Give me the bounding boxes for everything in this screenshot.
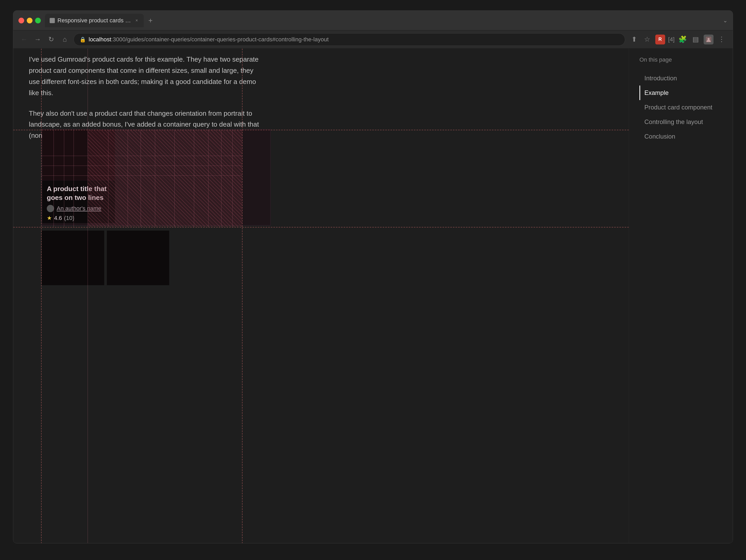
menu-button[interactable]: ⋮ xyxy=(717,34,726,45)
nav-bar: ← → ↻ ⌂ 🔒 localhost:3000/guides/containe… xyxy=(13,30,733,49)
tab-title: Responsive product cards bui... xyxy=(57,17,132,24)
sidebar-item-conclusion[interactable]: Conclusion xyxy=(639,129,722,144)
sidebar-item-example-label: Example xyxy=(644,89,668,96)
lock-icon: 🔒 xyxy=(80,36,86,43)
author-avatar xyxy=(47,205,54,212)
forward-button[interactable]: → xyxy=(33,35,42,44)
url-host: localhost xyxy=(89,36,111,43)
browser-window: Responsive product cards bui... × + ⌄ ← … xyxy=(13,10,733,543)
sidebar-item-product-card-component[interactable]: Product card component xyxy=(639,100,722,115)
card-rating: ★ 4.6 (10) xyxy=(47,215,110,222)
active-tab[interactable]: Responsive product cards bui... × xyxy=(45,14,144,27)
sidebar-item-controlling-label: Controlling the layout xyxy=(644,118,703,125)
card-body: A product title that goes on two lines A… xyxy=(42,180,115,223)
url-path: :3000/guides/container-queries/container… xyxy=(111,36,328,43)
card-title: A product title that goes on two lines xyxy=(47,185,110,202)
minimize-button[interactable] xyxy=(27,18,32,23)
reload-button[interactable]: ↻ xyxy=(47,35,56,44)
sidebar-item-conclusion-label: Conclusion xyxy=(644,133,675,140)
author-name[interactable]: An author's name xyxy=(57,205,102,212)
maximize-button[interactable] xyxy=(35,18,41,23)
main-area: I've used Gumroad's product cards for th… xyxy=(13,49,629,543)
product-card: A product title that goes on two lines A… xyxy=(42,130,115,223)
card-image xyxy=(42,130,115,180)
bookmark-button[interactable]: ☆ xyxy=(642,34,652,45)
home-button[interactable]: ⌂ xyxy=(60,35,69,44)
sidebar-button[interactable]: ▤ xyxy=(691,34,700,45)
tab-list-button[interactable]: ⌄ xyxy=(723,17,727,24)
sidebar-item-example[interactable]: Example xyxy=(639,86,722,100)
address-bar[interactable]: 🔒 localhost:3000/guides/container-querie… xyxy=(74,33,625,46)
bottom-cards-region xyxy=(42,231,224,288)
sidebar-item-introduction-label: Introduction xyxy=(644,75,677,82)
traffic-lights xyxy=(19,18,41,23)
svg-point-1 xyxy=(708,38,710,40)
sidebar-item-introduction[interactable]: Introduction xyxy=(639,71,722,86)
extensions-button[interactable]: 🧩 xyxy=(678,34,688,45)
sidebar-item-product-card-label: Product card component xyxy=(644,104,712,111)
sidebar-nav: Introduction Example Product card compon… xyxy=(639,71,722,144)
star-icon: ★ xyxy=(47,215,52,222)
tab-favicon xyxy=(50,18,55,23)
back-button[interactable]: ← xyxy=(20,35,29,44)
new-tab-button[interactable]: + xyxy=(146,16,155,25)
rating-value: 4.6 xyxy=(54,215,62,222)
card-author: An author's name xyxy=(47,205,110,212)
nav-actions: ⬆ ☆ R [4] 🧩 ▤ ⋮ xyxy=(629,34,726,45)
paragraph-1: I've used Gumroad's product cards for th… xyxy=(29,54,263,99)
profile-button[interactable] xyxy=(704,34,714,45)
sidebar: On this page Introduction Example Produc… xyxy=(629,49,733,543)
sidebar-item-controlling-layout[interactable]: Controlling the layout xyxy=(639,115,722,129)
title-bar: Responsive product cards bui... × + ⌄ xyxy=(13,11,733,30)
extension-btn-1[interactable]: R xyxy=(655,34,665,45)
close-button[interactable] xyxy=(19,18,24,23)
extensions-count: [4] xyxy=(668,36,675,43)
bottom-card-1 xyxy=(42,231,104,285)
tabs-bar: Responsive product cards bui... × + ⌄ xyxy=(45,14,727,27)
share-button[interactable]: ⬆ xyxy=(629,34,639,45)
url-text: localhost:3000/guides/container-queries/… xyxy=(89,36,619,43)
review-count: (10) xyxy=(64,215,74,222)
bottom-card-2 xyxy=(107,231,169,285)
page-content: I've used Gumroad's product cards for th… xyxy=(13,49,733,543)
h-dashed-line-2 xyxy=(13,227,629,227)
sidebar-heading: On this page xyxy=(639,56,722,63)
card-region: A product title that goes on two lines A… xyxy=(42,129,270,225)
tab-close-button[interactable]: × xyxy=(134,18,139,23)
